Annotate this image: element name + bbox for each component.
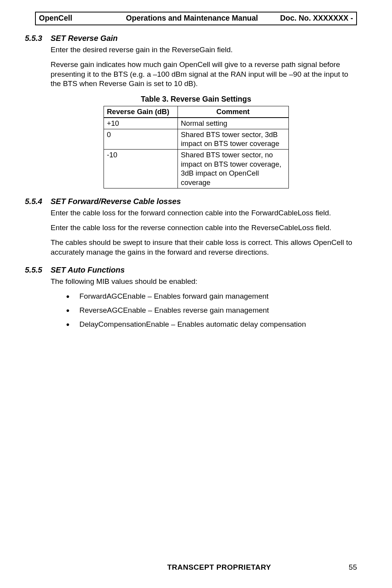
section-553-para-1: Enter the desired reverse gain in the Re… <box>51 45 357 55</box>
section-554-para-1: Enter the cable loss for the forward con… <box>51 208 357 218</box>
table-cell-gain: 0 <box>104 129 178 149</box>
table-row: 0 Shared BTS tower sector, 3dB impact on… <box>104 129 288 149</box>
section-553-para-2: Reverse gain indicates how much gain Ope… <box>51 60 357 88</box>
list-item: ReverseAGCEnable – Enables reverse gain … <box>66 306 357 315</box>
section-555-heading: 5.5.5SET Auto Functions <box>25 266 357 275</box>
section-553-title: SET Reverse Gain <box>51 34 118 42</box>
section-554-title: SET Forward/Reverse Cable losses <box>51 197 181 206</box>
list-item: ForwardAGCEnable – Enables forward gain … <box>66 292 357 301</box>
table-cell-comment: Shared BTS tower sector, no impact on BT… <box>178 149 288 188</box>
table-3-header-gain: Reverse Gain (dB) <box>104 106 178 118</box>
section-555-bullet-list: ForwardAGCEnable – Enables forward gain … <box>66 292 357 329</box>
page-header: OpenCell Operations and Maintenance Manu… <box>35 12 357 25</box>
table-cell-comment: Normal setting <box>178 118 288 129</box>
section-555-number: 5.5.5 <box>25 266 51 275</box>
section-554-para-3: The cables should be swept to insure tha… <box>51 238 357 257</box>
section-554-heading: 5.5.4SET Forward/Reverse Cable losses <box>25 197 357 206</box>
section-555-title: SET Auto Functions <box>51 266 125 274</box>
table-3-header-row: Reverse Gain (dB) Comment <box>104 106 288 118</box>
header-product: OpenCell <box>39 14 120 23</box>
table-cell-gain: +10 <box>104 118 178 129</box>
page-footer: TRANSCEPT PROPRIETARY 55 <box>35 563 357 572</box>
table-row: +10 Normal setting <box>104 118 288 129</box>
table-cell-comment: Shared BTS tower sector, 3dB impact on B… <box>178 129 288 149</box>
footer-page-number: 55 <box>349 563 357 572</box>
section-554-number: 5.5.4 <box>25 197 51 206</box>
section-553-number: 5.5.3 <box>25 34 51 43</box>
table-row: -10 Shared BTS tower sector, no impact o… <box>104 149 288 188</box>
table-3-header-comment: Comment <box>178 106 288 118</box>
table-3-caption: Table 3. Reverse Gain Settings <box>35 95 357 104</box>
header-doc-no: Doc. No. XXXXXXX - <box>264 14 353 23</box>
list-item: DelayCompensationEnable – Enables automa… <box>66 320 357 329</box>
section-554-para-2: Enter the cable loss for the reverse con… <box>51 223 357 232</box>
section-553-heading: 5.5.3SET Reverse Gain <box>25 34 357 43</box>
header-title: Operations and Maintenance Manual <box>120 14 264 23</box>
table-3: Reverse Gain (dB) Comment +10 Normal set… <box>104 106 289 188</box>
table-cell-gain: -10 <box>104 149 178 188</box>
section-555-para-1: The following MIB values should be enabl… <box>51 277 357 286</box>
footer-proprietary: TRANSCEPT PROPRIETARY <box>35 563 349 572</box>
